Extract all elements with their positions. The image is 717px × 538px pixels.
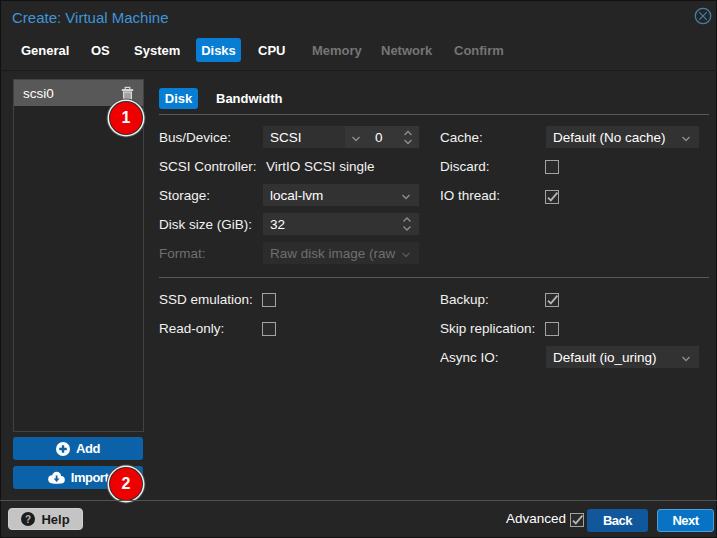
svg-text:?: ? [25,514,31,525]
